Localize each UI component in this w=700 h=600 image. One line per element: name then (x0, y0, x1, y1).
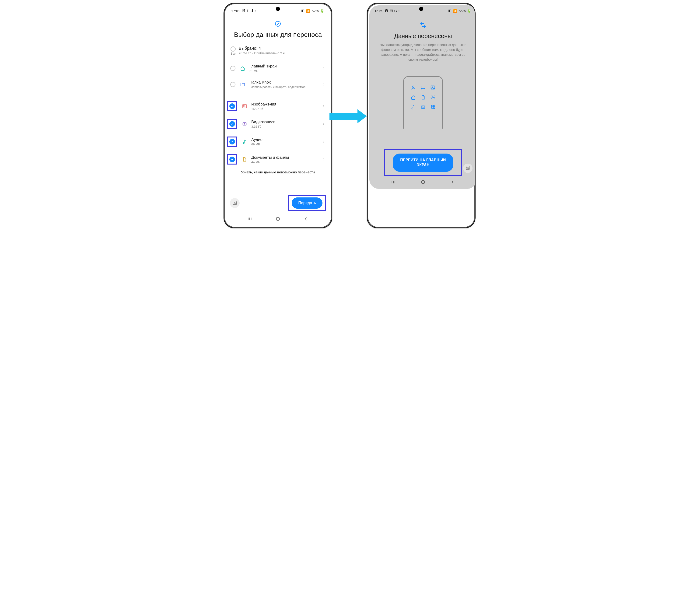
svg-point-22 (431, 107, 432, 109)
item-subtitle: 3,16 Гб (251, 125, 318, 128)
power-button (475, 57, 476, 78)
more-icon: • (398, 9, 399, 13)
item-checkbox-checked[interactable] (229, 103, 235, 109)
power-button (331, 57, 332, 78)
select-all-row[interactable]: Все Выбрано: 4 20,24 Гб / Приблизительно… (229, 46, 326, 55)
camera-hole (276, 7, 280, 11)
svg-point-7 (234, 203, 235, 204)
camera-toggle-button[interactable] (230, 198, 240, 208)
select-all-label: Все (230, 52, 236, 55)
nav-home-icon[interactable] (421, 179, 426, 184)
google-indicator-icon: G (394, 9, 397, 13)
svg-point-16 (432, 97, 433, 98)
audio-icon (242, 139, 248, 144)
chevron-right-icon (322, 140, 326, 144)
cannot-transfer-link[interactable]: Узнать, какие данные невозможно перенест… (229, 170, 326, 174)
nav-recents-icon[interactable] (391, 179, 396, 184)
highlight-box (227, 136, 237, 147)
check-decoration-icon (229, 21, 326, 27)
battery-percent: 55% (459, 9, 466, 13)
svg-point-2 (243, 105, 244, 106)
data-item-audio[interactable]: Аудио69 МБ (229, 133, 326, 151)
svg-rect-24 (466, 167, 469, 170)
item-subtitle: 16,97 Гб (251, 107, 318, 110)
item-checkbox-checked[interactable] (229, 139, 235, 145)
page-title: Данные перенесены (377, 32, 469, 40)
grid-video-icon (420, 104, 426, 110)
volume-button (224, 55, 224, 83)
svg-marker-4 (244, 123, 245, 124)
image-icon (242, 104, 248, 109)
svg-point-21 (433, 105, 435, 107)
item-subtitle: 21 МБ (249, 69, 318, 73)
data-item-doc[interactable]: Документы и файлы44 МБ (229, 151, 326, 168)
status-time: 15:59 (375, 9, 383, 13)
svg-point-15 (432, 86, 432, 88)
data-item-image[interactable]: Изображения16,97 Гб (229, 97, 326, 115)
item-title: Папка Knox (249, 80, 318, 85)
grid-doc-icon (420, 94, 426, 101)
home-icon (240, 66, 246, 71)
item-title: Главный экран (249, 64, 318, 69)
svg-point-25 (467, 168, 469, 169)
chevron-right-icon (322, 157, 326, 161)
go-home-button[interactable]: ПЕРЕЙТИ НА ГЛАВНЫЙ ЭКРАН (393, 154, 453, 172)
grid-apps-icon (430, 104, 436, 110)
svg-point-20 (431, 105, 432, 107)
nav-back-icon[interactable] (450, 179, 455, 184)
item-subtitle: 44 МБ (251, 160, 318, 164)
android-nav (226, 213, 330, 226)
svg-point-12 (412, 86, 414, 88)
nfc-icon: ◧ (301, 9, 304, 13)
transfer-complete-icon (373, 22, 473, 29)
battery-icon: 🔋 (467, 9, 472, 13)
highlight-send: Передать (288, 195, 326, 211)
grid-message-icon (420, 84, 426, 91)
folder-icon (240, 82, 246, 87)
select-all-radio[interactable] (230, 46, 236, 52)
grid-image-icon (430, 84, 436, 91)
highlight-box (227, 119, 237, 129)
chevron-right-icon (322, 104, 326, 108)
grid-home-icon (410, 94, 417, 101)
svg-rect-29 (422, 180, 425, 183)
svg-marker-19 (423, 107, 424, 107)
app-indicator-icon: ▤ (390, 9, 393, 13)
item-checkbox-unchecked[interactable] (230, 66, 235, 71)
highlight-box (227, 101, 237, 111)
grid-settings-icon (430, 94, 436, 101)
data-item-folder[interactable]: Папка KnoxРазблокировать и выбрать содер… (229, 76, 326, 93)
chevron-right-icon (322, 83, 326, 86)
svg-rect-13 (421, 86, 425, 89)
phone-graphic (403, 76, 443, 129)
item-checkbox-unchecked[interactable] (230, 82, 235, 87)
grid-contact-icon (410, 84, 417, 91)
item-subtitle: 69 МБ (251, 143, 318, 146)
svg-rect-11 (276, 218, 279, 221)
page-title: Выбор данных для переноса (229, 31, 326, 39)
item-checkbox-checked[interactable] (229, 157, 235, 162)
svg-point-23 (433, 107, 435, 109)
volume-button (367, 55, 368, 83)
nav-back-icon[interactable] (304, 216, 309, 222)
camera-toggle-button[interactable] (463, 164, 473, 173)
svg-point-0 (275, 21, 280, 26)
send-button[interactable]: Передать (292, 197, 323, 209)
nav-home-icon[interactable] (275, 216, 280, 222)
more-icon: • (255, 9, 256, 13)
nav-recents-icon[interactable] (247, 216, 252, 222)
doc-icon (242, 157, 248, 162)
item-title: Документы и файлы (251, 155, 318, 160)
selected-details: 20,24 Гб / Приблизительно 2 ч. (239, 51, 285, 55)
selected-count: Выбрано: 4 (239, 46, 285, 51)
status-time: 17:01 (231, 9, 240, 13)
highlight-box (227, 154, 237, 165)
item-checkbox-checked[interactable] (229, 121, 235, 127)
svg-rect-1 (243, 104, 247, 108)
item-subtitle: Разблокировать и выбрать содержимое (249, 85, 318, 89)
chevron-right-icon (322, 67, 326, 70)
data-item-video[interactable]: Видеозаписи3,16 Гб (229, 115, 326, 133)
video-icon (242, 121, 248, 126)
data-item-home[interactable]: Главный экран21 МБ (229, 60, 326, 76)
item-title: Аудио (251, 138, 318, 142)
